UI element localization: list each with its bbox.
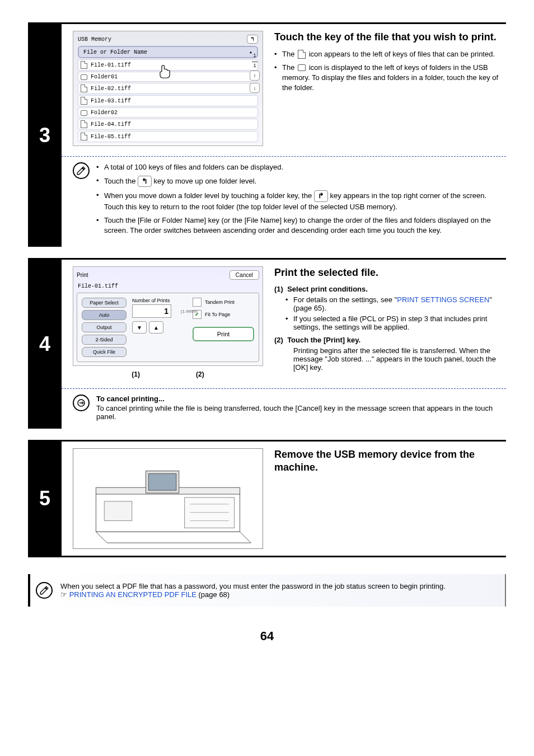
step3-bullet-2: The icon is displayed to the left of key… <box>274 63 500 93</box>
step4-sub1-bullet2: If you selected a file (PCL or PS) in st… <box>285 314 500 331</box>
paper-select-button[interactable]: Paper Select <box>82 298 127 308</box>
tandem-print-label: Tandem Print <box>205 299 235 305</box>
callout-2: (2) <box>196 370 204 378</box>
up-folder-key-icon: ↰ <box>138 176 152 187</box>
up-folder-button[interactable]: ↰ <box>247 35 258 44</box>
folder-row[interactable]: Folder02 <box>78 107 258 118</box>
cancel-body: To cancel printing while the file is bei… <box>96 404 500 421</box>
document-icon <box>81 61 87 69</box>
step3-note-block: A total of 100 keys of files and folders… <box>62 162 506 247</box>
file-header-label: File or Folder Name <box>83 49 249 55</box>
step4-sub2-body: Printing begins after the selected file … <box>274 346 500 372</box>
folder-icon <box>81 110 87 116</box>
step4-sub1: (1) Select print conditions. <box>274 285 500 293</box>
document-icon <box>81 97 87 105</box>
footer-line2: ☞ PRINTING AN ENCRYPTED PDF FILE (page 6… <box>60 590 496 599</box>
print-settings-link[interactable]: PRINT SETTINGS SCREEN <box>397 295 489 304</box>
step-number-5: 5 <box>28 442 62 556</box>
svg-rect-5 <box>185 497 235 528</box>
usb-memory-screen: USB Memory ↰ File or Folder Name ▴ File-… <box>73 31 263 146</box>
file-row[interactable]: File-03.tiff <box>78 95 258 106</box>
document-icon <box>81 120 87 128</box>
document-icon <box>81 133 87 140</box>
file-row[interactable]: File-02.tiff <box>78 83 258 94</box>
step4-cancel-note: To cancel printing... To cancel printing… <box>62 395 506 429</box>
pencil-note-icon <box>36 582 53 599</box>
step-5-row: 5 <box>28 440 506 557</box>
print-settings-screen: Print Cancel File-01.tiff Paper Select A… <box>73 266 263 366</box>
page-indicator-bottom: 1 <box>253 63 256 68</box>
fit-to-page-label: Fit To Page <box>205 312 230 317</box>
auto-indicator: Auto <box>82 310 127 320</box>
scroll-down-button[interactable]: ↓ <box>250 83 260 93</box>
step3-note-1: A total of 100 keys of files and folders… <box>96 162 500 172</box>
machine-illustration <box>73 448 263 549</box>
print-button[interactable]: Print <box>193 327 254 341</box>
dashed-separator <box>62 388 506 389</box>
step3-note-4: Touch the [File or Folder Name] key (or … <box>96 215 500 236</box>
file-row[interactable]: File-05.tiff <box>78 131 258 142</box>
page-number: 64 <box>28 629 506 644</box>
step-4-row: 4 Print Cancel File-01.tiff Paper Select… <box>28 258 506 429</box>
step-number-3: 3 <box>28 24 62 247</box>
page-indicator-top: 1 <box>253 53 256 58</box>
file-row[interactable]: File-04.tiff <box>78 119 258 130</box>
folder-icon <box>81 74 87 80</box>
print-screen-title: Print <box>77 272 88 278</box>
document-icon <box>298 50 306 59</box>
callout-1: (1) <box>132 370 140 378</box>
encrypted-pdf-link[interactable]: PRINTING AN ENCRYPTED PDF FILE <box>69 590 196 599</box>
step3-note-2: Touch the ↰ key to move up one folder le… <box>96 176 500 187</box>
pencil-note-icon <box>73 162 90 179</box>
footer-line1: When you select a PDF file that has a pa… <box>60 582 496 590</box>
pointer-icon: ☞ <box>60 590 67 599</box>
footer-note: When you select a PDF file that has a pa… <box>28 574 506 607</box>
screen-title: USB Memory <box>78 36 111 43</box>
quick-file-button[interactable]: Quick File <box>82 347 127 357</box>
folder-icon <box>298 64 306 71</box>
stop-note-icon <box>73 395 90 411</box>
document-icon <box>81 84 87 92</box>
step3-bullet-1: The icon appears to the left of keys of … <box>274 49 500 59</box>
step-4-heading: Print the selected file. <box>274 266 500 279</box>
folder-row[interactable]: Folder01 <box>78 72 258 82</box>
dashed-separator <box>62 156 506 157</box>
number-of-prints-label: Number of Prints <box>132 298 187 303</box>
two-sided-button[interactable]: 2-Sided <box>82 335 127 345</box>
print-filename: File-01.tiff <box>77 282 259 290</box>
increment-button[interactable]: ▲ <box>149 321 163 334</box>
file-row[interactable]: File-01.tiff <box>78 59 258 71</box>
step3-note-3: When you move down a folder level by tou… <box>96 190 500 212</box>
root-folder-key-icon: ↱ <box>314 190 328 201</box>
svg-rect-4 <box>104 501 132 521</box>
step-3-heading: Touch the key of the file that you wish … <box>274 31 500 44</box>
step4-sub1-bullet1: For details on the settings, see "PRINT … <box>285 295 500 312</box>
svg-marker-9 <box>96 532 251 543</box>
step-3-row: 3 USB Memory ↰ File or Folder Name ▴ Fil… <box>28 22 506 247</box>
step-number-4: 4 <box>28 260 62 429</box>
step-5-heading: Remove the USB memory device from the ma… <box>274 448 500 473</box>
svg-rect-3 <box>148 474 176 491</box>
cancel-heading: To cancel printing... <box>96 395 500 403</box>
step4-sub2: (2) Touch the [Print] key. <box>274 336 500 344</box>
cancel-button[interactable]: Cancel <box>229 270 259 280</box>
decrement-button[interactable]: ▼ <box>132 321 147 334</box>
number-of-prints-value: 1 (1-9999) <box>132 304 171 318</box>
scroll-up-button[interactable]: ↑ <box>250 71 260 81</box>
tandem-print-checkbox[interactable] <box>193 298 202 307</box>
number-range-label: (1-9999) <box>181 309 198 314</box>
output-button[interactable]: Output <box>82 322 127 332</box>
file-header-bar[interactable]: File or Folder Name ▴ <box>78 46 258 58</box>
